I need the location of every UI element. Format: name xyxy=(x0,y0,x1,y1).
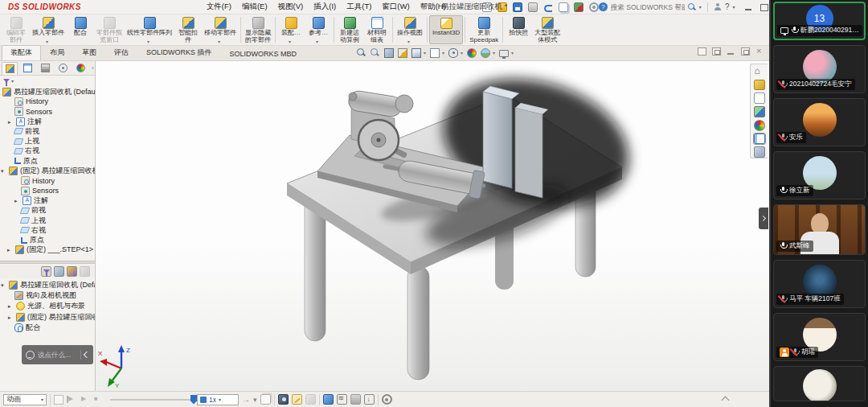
minimize-button[interactable] xyxy=(744,3,753,11)
tree-item-annotations[interactable]: 注解 xyxy=(0,117,95,126)
participant-tile[interactable]: 20210402724毛安宁 xyxy=(773,45,866,93)
tree-item-right-plane[interactable]: 右视 xyxy=(0,146,95,156)
participant-tile[interactable]: 马平 车辆2107班 xyxy=(773,260,866,308)
calculate-icon[interactable] xyxy=(54,395,63,405)
tree-item-annotations[interactable]: 注解 xyxy=(0,195,95,205)
participant-tile[interactable]: 胡瑶 xyxy=(773,313,866,361)
stop-icon[interactable] xyxy=(92,395,102,405)
expand-arrow-icon[interactable] xyxy=(14,198,20,204)
tree-item-origin[interactable]: 原点 xyxy=(0,235,95,245)
design-library-icon[interactable] xyxy=(754,80,765,91)
forum-icon[interactable] xyxy=(754,146,765,158)
participant-tile[interactable]: 武斯峰 xyxy=(773,204,866,255)
search-caret-icon[interactable]: ▾ xyxy=(699,4,702,10)
tree-item-fixed-subassembly[interactable]: (固定) 易拉罐压缩回收机 xyxy=(0,166,95,175)
view-palette-icon[interactable] xyxy=(754,106,765,117)
playback-mode-icon[interactable]: → xyxy=(242,395,250,404)
tab-evaluate[interactable]: 评估 xyxy=(105,45,137,60)
caret-icon[interactable]: ▾ xyxy=(442,50,444,56)
menu-file[interactable]: 文件(F) xyxy=(207,2,231,12)
caret-icon[interactable]: ▾ xyxy=(493,50,495,56)
home-icon[interactable] xyxy=(754,66,765,77)
zoom-fit-icon[interactable] xyxy=(357,48,366,58)
menu-insert[interactable]: 插入(I) xyxy=(313,2,336,12)
caret-icon[interactable]: ▾ xyxy=(253,396,257,404)
file-explorer-icon[interactable] xyxy=(754,92,765,104)
tree-item-mates[interactable]: 配合 xyxy=(0,323,95,333)
filter-lights-icon[interactable] xyxy=(80,266,90,277)
play-from-start-icon[interactable] xyxy=(67,395,76,405)
caret-icon[interactable]: ▾ xyxy=(424,50,426,56)
expand-arrow-icon[interactable] xyxy=(8,303,14,309)
panel-tabs-overflow-icon[interactable]: › xyxy=(92,64,94,72)
ribbon-button-reference-geometry[interactable]: 参考… xyxy=(305,15,332,44)
edit-appearance-icon[interactable] xyxy=(467,48,477,58)
force-icon[interactable] xyxy=(350,394,361,405)
help-caret-icon[interactable]: ▾ xyxy=(732,4,735,10)
results-settings-icon[interactable] xyxy=(382,394,392,405)
tree-item-front-plane[interactable]: 前视 xyxy=(0,206,95,216)
collapse-arrow-icon[interactable] xyxy=(1,168,6,174)
hide-show-items-icon[interactable] xyxy=(448,48,458,58)
collapse-arrow-icon[interactable] xyxy=(1,282,6,288)
play-icon[interactable] xyxy=(80,395,89,405)
ribbon-button-show-hidden-components[interactable]: 显示隐藏的零部件 xyxy=(243,15,273,44)
collapse-motionbar-icon[interactable] xyxy=(722,396,730,402)
expand-arrow-icon[interactable] xyxy=(8,119,14,125)
tree-item-front-plane[interactable]: 前视 xyxy=(0,126,95,136)
sidebar-collapse-handle[interactable] xyxy=(759,208,768,229)
motor-icon[interactable] xyxy=(323,394,334,405)
ribbon-button-move-component[interactable]: 移动零部件 xyxy=(202,15,239,44)
tree-item-sensors[interactable]: Sensors xyxy=(0,107,95,117)
tab-featuremanager[interactable] xyxy=(2,62,18,75)
cad-model[interactable] xyxy=(96,61,769,391)
autokey-icon[interactable] xyxy=(292,394,302,405)
appearances-icon[interactable] xyxy=(754,120,765,131)
tab-dimxpertmanager[interactable] xyxy=(55,62,71,75)
help-button[interactable]: ? xyxy=(725,2,730,11)
chevron-collapse-icon[interactable] xyxy=(84,352,90,358)
ribbon-button-update-speedpak[interactable]: 更新Speedpak xyxy=(467,15,501,44)
chat-input[interactable] xyxy=(38,351,77,359)
doc-maximize-button[interactable] xyxy=(741,47,750,56)
ribbon-button-mate[interactable]: 配合 xyxy=(67,15,94,44)
expand-arrow-icon[interactable] xyxy=(7,247,13,253)
tree-item-sensors[interactable]: Sensors xyxy=(0,186,95,195)
tree-item-history[interactable]: History xyxy=(0,176,95,186)
tree-item-right-plane[interactable]: 右视 xyxy=(0,225,95,235)
tab-solidworks-mbd[interactable]: SOLIDWORKS MBD xyxy=(221,47,306,60)
caret-icon[interactable]: ▾ xyxy=(511,50,514,56)
doc-restore-icon[interactable] xyxy=(712,47,721,56)
add-key-icon[interactable] xyxy=(305,394,316,405)
display-style-icon[interactable] xyxy=(430,48,440,58)
filter-caret-icon[interactable]: ▾ xyxy=(11,78,14,84)
tab-layout[interactable]: 布局 xyxy=(41,45,73,60)
tab-solidworks-addins[interactable]: SOLIDWORKS 插件 xyxy=(137,45,221,60)
tab-configurationmanager[interactable] xyxy=(37,62,53,75)
tab-propertymanager[interactable] xyxy=(19,62,35,75)
tree-item-history[interactable]: History xyxy=(0,97,95,106)
ribbon-button-edit-component[interactable]: 编辑零部件 xyxy=(2,15,30,44)
doc-previous-window-icon[interactable] xyxy=(698,47,706,56)
options-icon[interactable] xyxy=(589,2,599,12)
participant-tile[interactable]: 徐立新 xyxy=(773,151,866,199)
tree-item-step-part[interactable]: (固定) ___.STEP<1> xyxy=(0,245,95,255)
login-icon[interactable] xyxy=(714,3,722,11)
zoom-area-icon[interactable] xyxy=(371,48,380,58)
ribbon-button-linear-pattern[interactable]: 线性零部件阵列 xyxy=(125,15,174,44)
apply-scene-icon[interactable] xyxy=(481,48,490,58)
filter-appearances-icon[interactable] xyxy=(67,266,77,277)
rebuild-icon[interactable] xyxy=(574,2,583,12)
tree-item-assembly-root[interactable]: 易拉罐压缩回收机 (Default xyxy=(0,280,95,290)
tree-item-lights-cameras-scene[interactable]: 光源、相机与布景 xyxy=(0,301,95,311)
tree-item-top-plane[interactable]: 上视 xyxy=(0,216,95,225)
doc-minimize-button[interactable] xyxy=(727,47,735,56)
redo-icon[interactable] xyxy=(559,2,568,12)
add-camera-icon[interactable] xyxy=(54,266,64,277)
timeline-slider[interactable] xyxy=(110,399,194,401)
section-view-icon[interactable] xyxy=(398,48,407,58)
ribbon-button-take-snapshot[interactable]: 拍快照 xyxy=(505,15,532,44)
menu-edit[interactable]: 编辑(E) xyxy=(242,2,268,12)
graphics-viewport[interactable]: Z X Y xyxy=(96,61,769,391)
menu-view[interactable]: 视图(V) xyxy=(278,2,304,12)
